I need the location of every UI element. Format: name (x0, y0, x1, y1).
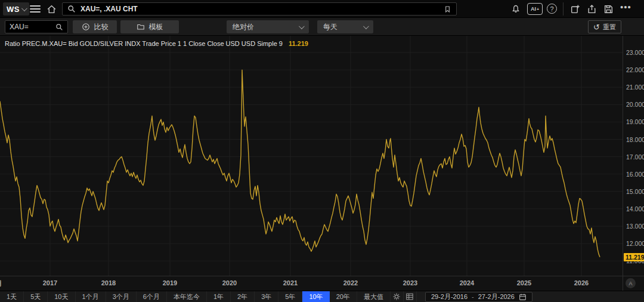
range-button-20y[interactable]: 20年 (330, 291, 357, 302)
price-mode-value: 绝对价 (233, 22, 254, 32)
reset-label: 重置 (603, 23, 616, 32)
chart-toolbar: XAU= 比较 模板 绝对价 每天 (0, 18, 644, 36)
range-button-ytd[interactable]: 本年迄今 (167, 291, 207, 302)
reset-button[interactable]: ↺ 重置 (588, 20, 621, 33)
price-line-chart (0, 36, 623, 276)
range-button-3y[interactable]: 3年 (255, 291, 278, 302)
time-axis-label: 2023 (400, 279, 420, 286)
legend-value: 11.219 (289, 40, 308, 47)
time-axis[interactable]: 月 20172018201920202021202220232024202520… (0, 276, 623, 291)
price-mode-dropdown[interactable]: 绝对价 (227, 20, 309, 33)
time-axis-label: 2026 (571, 279, 592, 286)
search-input[interactable]: XAU=, .XAU CHT (80, 5, 439, 13)
chevron-down-icon (21, 5, 27, 11)
more-icon[interactable]: ••• (620, 2, 631, 12)
time-axis-partial-label: 月 (0, 279, 5, 288)
price-axis-label: 20.000 (626, 101, 644, 108)
range-button-3m[interactable]: 3个月 (106, 291, 137, 302)
time-axis-label: 2018 (98, 279, 119, 286)
compare-button[interactable]: 比较 (73, 20, 117, 33)
price-axis-label: 23.000 (626, 49, 644, 56)
range-button-2y[interactable]: 2年 (231, 291, 255, 302)
app-logo: WS (7, 5, 20, 14)
reset-icon: ↺ (593, 23, 600, 32)
legend-text: Ratio PREC.M.XAU= Bid GOLD/SILVER INDX T… (5, 40, 283, 47)
range-button-5y[interactable]: 5年 (278, 291, 302, 302)
save-icon[interactable] (602, 3, 614, 15)
folder-icon (137, 23, 145, 31)
time-axis-label: 2021 (280, 279, 301, 286)
price-axis-label: 14.000 (626, 205, 644, 212)
bell-icon[interactable] (510, 3, 522, 15)
symbol-input[interactable]: XAU= (5, 20, 68, 33)
search-icon (67, 5, 76, 13)
interval-dropdown[interactable]: 每天 (317, 20, 373, 33)
price-axis-label: 16.000 (626, 171, 644, 178)
price-axis-label: 12.000 (626, 240, 644, 247)
search-icon (55, 23, 63, 31)
range-button-10d[interactable]: 10天 (48, 291, 75, 302)
last-price-badge: 11.219 (624, 253, 644, 261)
app-menu-button[interactable]: WS (3, 2, 29, 16)
home-icon[interactable] (45, 3, 57, 15)
settings-icon[interactable] (391, 291, 404, 302)
price-axis-label: 13.000 (626, 223, 644, 230)
compare-label: 比较 (94, 22, 109, 32)
time-axis-label: 2025 (514, 279, 534, 286)
range-button-1y[interactable]: 1年 (207, 291, 231, 302)
bookmark-icon[interactable] (444, 5, 451, 13)
template-button[interactable]: 模板 (120, 20, 179, 33)
price-axis-label: 15.000 (626, 188, 644, 195)
ai-assistant-icon[interactable]: AI+ (527, 3, 543, 15)
date-separator: - (472, 293, 474, 300)
bottom-toolbar: 1天 5天 10天 1个月 3个月 6个月 本年迄今 1年 2年 3年 5年 1… (0, 291, 644, 302)
help-icon[interactable]: ? (547, 4, 557, 14)
price-axis-label: 19.000 (626, 118, 644, 125)
data-table-icon[interactable] (404, 291, 417, 302)
template-label: 模板 (149, 22, 163, 32)
date-from: 29-2月-2016 (431, 292, 467, 301)
date-range-picker[interactable]: 29-2月-2016 - 27-2月-2026 (425, 292, 532, 302)
calendar-icon (519, 293, 527, 301)
price-axis[interactable]: 11.00012.00013.00014.00015.00016.00017.0… (623, 36, 644, 276)
chart-plot-area[interactable]: Ratio PREC.M.XAU= Bid GOLD/SILVER INDX T… (0, 36, 623, 276)
chart-legend: Ratio PREC.M.XAU= Bid GOLD/SILVER INDX T… (5, 40, 308, 47)
time-axis-label: 2019 (160, 279, 180, 286)
interval-value: 每天 (323, 22, 338, 32)
time-axis-label: 2022 (340, 279, 361, 286)
price-axis-label: 17.000 (626, 153, 644, 161)
menu-icon[interactable] (30, 4, 41, 14)
share-icon[interactable] (586, 3, 597, 15)
symbol-value: XAU= (10, 23, 55, 31)
range-button-6m[interactable]: 6个月 (137, 291, 167, 302)
price-axis-label: 21.000 (626, 84, 644, 91)
price-axis-label: 18.000 (626, 136, 644, 143)
date-to: 27-2月-2026 (478, 292, 515, 301)
top-bar: WS XAU=, .XAU CHT AI+ ? (0, 0, 644, 18)
price-axis-label: 22.000 (626, 66, 644, 73)
time-axis-label: 2017 (40, 279, 60, 286)
time-axis-label: 2024 (457, 279, 477, 286)
plus-circle-icon (82, 23, 90, 31)
range-button-1m[interactable]: 1个月 (76, 291, 106, 302)
workspace-window: WS XAU=, .XAU CHT AI+ ? (0, 0, 644, 302)
range-button-max[interactable]: 最大值 (357, 291, 391, 302)
auto-scale-button[interactable]: A (626, 278, 636, 288)
chevron-down-icon (363, 23, 369, 29)
chevron-down-icon (299, 23, 305, 29)
range-button-5d[interactable]: 5天 (24, 291, 48, 302)
range-button-10y-selected[interactable]: 10年 (302, 291, 329, 302)
range-button-1d[interactable]: 1天 (0, 291, 24, 302)
time-axis-label: 2020 (219, 279, 240, 286)
new-window-icon[interactable] (569, 3, 581, 15)
divider (563, 2, 564, 16)
global-search-bar[interactable]: XAU=, .XAU CHT (62, 2, 457, 16)
